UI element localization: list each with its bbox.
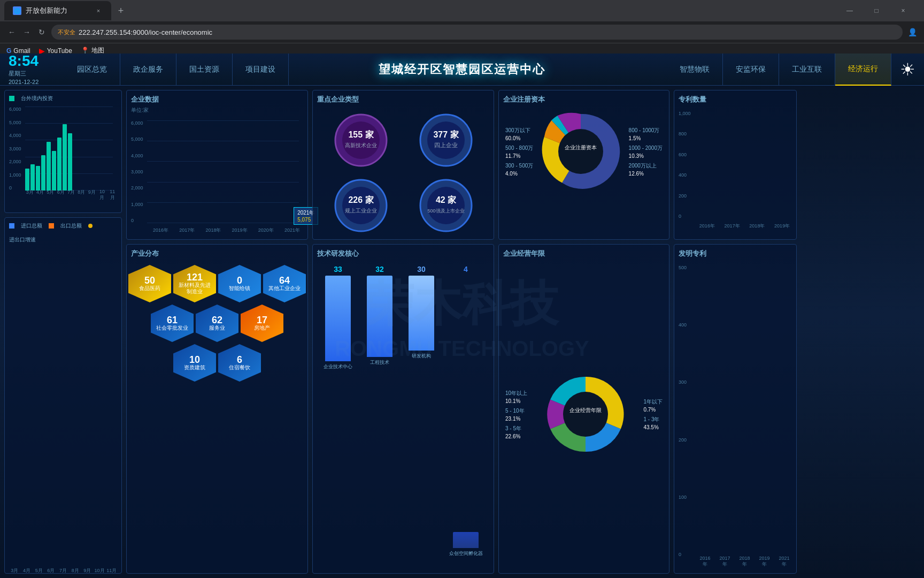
enterprise-bar-chart: 6,0005,0004,000 3,0002,0001,0000 — [131, 116, 303, 234]
hex-realestate[interactable]: 17 房地产 — [241, 305, 283, 342]
tech-label-2: 工程技术 — [364, 359, 396, 366]
close-tab-button[interactable]: × — [94, 6, 103, 15]
tech-col-4 — [453, 532, 479, 548]
content-area: 台外境内投资 6,0005,0004,000 3,0002,0001,0000 — [0, 86, 924, 578]
legend-800-label: 800 - 1000万 — [629, 127, 663, 134]
tech-bars-container: 33 企业技术中心 32 工程技术 30 研发机构 — [317, 261, 489, 570]
forward-icon[interactable]: → — [21, 27, 32, 37]
profile-icon[interactable]: 👤 — [907, 27, 918, 37]
reg-cap-legend-right: 800 - 1000万 1.5% 1000 - 2000万 10.3% 2000… — [629, 127, 663, 177]
minimize-button[interactable]: — — [837, 3, 862, 18]
enterprise-types-title: 重点企业类型 — [317, 95, 489, 104]
hex-services[interactable]: 62 服务业 — [196, 305, 238, 342]
bar-sep — [57, 138, 61, 191]
legend-1-3-label: 1 - 3年 — [643, 416, 663, 423]
hex-materials[interactable]: 121 新材料及先进制造业 — [173, 265, 216, 302]
svg-point-13 — [427, 187, 465, 224]
back-icon[interactable]: ← — [6, 27, 17, 37]
hex-other-industry[interactable]: 64 其他工业企业 — [263, 265, 306, 302]
nav-industrial[interactable]: 工业互联 — [779, 54, 835, 86]
tech-label-3: 研发机构 — [405, 353, 437, 360]
tech-col-3 — [409, 276, 434, 351]
nav-services[interactable]: 政企服务 — [120, 54, 176, 86]
tech-rd-title: 技术研发核心 — [317, 249, 489, 258]
bar-mar — [25, 169, 29, 191]
maximize-button[interactable]: □ — [864, 3, 889, 18]
nav-economy[interactable]: 经济运行 — [835, 54, 891, 86]
dashboard: 8:54 星期三 2021-12-22 园区总览 政企服务 国土资源 项目建设 … — [0, 54, 924, 578]
patent-y-axis: 1,000800600 4002000 — [679, 111, 691, 219]
url-input[interactable]: 不安全 222.247.255.154:9000/ioc-center/econ… — [51, 25, 903, 40]
bar-jul — [47, 142, 51, 191]
circle-four-chart: 377 家 四上企业 — [417, 111, 475, 170]
legend-10-above: 10年以上 10.1% — [505, 390, 527, 404]
legend-300-500: 300 - 500万 4.0% — [505, 162, 533, 177]
registered-capital-panel: 企业注册资本 300万以下 60.0% 500 - 800万 11.7% — [498, 90, 669, 240]
hex-catering[interactable]: 6 住宿餐饮 — [218, 344, 261, 382]
nav-overview[interactable]: 园区总览 — [64, 54, 120, 86]
legend-300-pct: 60.0% — [505, 135, 533, 141]
growth-legend-label: 进出口增速 — [9, 236, 36, 244]
legend-3-5: 3 - 5年 22.6% — [505, 425, 527, 439]
enterprise-circles-grid: 155 家 高新技术企业 377 家 四上企业 — [317, 107, 489, 239]
window-controls: — □ × — [837, 3, 920, 18]
teal-legend — [9, 96, 14, 101]
new-tab-button[interactable]: + — [113, 3, 128, 18]
hex-retail[interactable]: 61 社会零批发业 — [151, 305, 194, 342]
bar-jun — [41, 155, 45, 191]
hex-services-number: 62 — [212, 315, 222, 325]
age-donut-svg: 企业经营年限 — [543, 371, 628, 457]
enterprise-count-title: 企业数据 — [131, 95, 303, 104]
center-section: 重点企业类型 155 家 高新技术企业 — [312, 90, 494, 574]
security-warning: 不安全 — [58, 28, 75, 36]
svg-point-18 — [563, 392, 608, 437]
reload-icon[interactable]: ↻ — [36, 27, 47, 37]
legend-300-500-pct: 4.0% — [505, 171, 533, 177]
nav-projects[interactable]: 项目建设 — [233, 54, 289, 86]
import-legend-dot — [9, 223, 14, 229]
export-legend-label: 出口总额 — [60, 222, 82, 230]
svg-point-9 — [342, 187, 380, 224]
tech-val-1: 33 — [334, 265, 342, 273]
circle-hightech-svg: 155 家 高新技术企业 — [332, 111, 390, 170]
active-tab[interactable]: 🌐 开放创新能力 × — [4, 1, 111, 20]
reg-cap-svg: 企业注册资本 — [538, 109, 623, 194]
svg-point-5 — [427, 121, 465, 159]
legend-5-10: 5 - 10年 23.1% — [505, 407, 527, 422]
export-legend-dot — [49, 223, 54, 229]
circle-fortune500: 42 家 500强及上市企业 — [406, 176, 485, 235]
right-column: 专利数量 1,000800600 4002000 — [674, 90, 797, 574]
nav-safety[interactable]: 安监环保 — [723, 54, 779, 86]
age-legend-left: 10年以上 10.1% 5 - 10年 23.1% 3 - 5年 22.6% — [505, 390, 527, 439]
weekday-display: 星期三 — [9, 70, 56, 78]
circle-four-above: 377 家 四上企业 — [406, 111, 485, 170]
hex-smart[interactable]: 0 智能给镇 — [218, 265, 261, 302]
browser-chrome: 🌐 开放创新能力 × + — □ × ← → ↻ 不安全 222.247.255… — [0, 0, 924, 54]
top-navigation: 8:54 星期三 2021-12-22 园区总览 政企服务 国土资源 项目建设 … — [0, 54, 924, 86]
monthly-legend: 台外境内投资 — [9, 95, 117, 102]
hex-re-label: 房地产 — [254, 325, 270, 331]
invention-x-labels: 2016年 2017年 2018年 2019年 2021年 — [697, 556, 792, 568]
legend-500-800: 500 - 800万 11.7% — [505, 144, 533, 159]
hex-smart-number: 0 — [237, 276, 242, 285]
legend-1-label: 1年以下 — [643, 398, 663, 406]
import-legend-label: 进口总额 — [21, 222, 42, 230]
invention-patent-panel: 发明专利 500400300 2001000 — [674, 244, 797, 574]
reg-cap-donut: 企业注册资本 — [538, 109, 623, 194]
annotation-value: 5,075 — [297, 217, 311, 223]
hex-construction[interactable]: 10 资质建筑 — [173, 344, 216, 382]
ec-y-axis: 6,0005,0004,000 3,0002,0001,0000 — [131, 120, 143, 223]
invention-chart: 500400300 2001000 — [679, 261, 792, 568]
circle-industrial-svg: 226 家 规上工业企业 — [332, 176, 390, 235]
hex-food-medicine[interactable]: 50 食品医药 — [128, 265, 171, 302]
svg-text:500强及上市企业: 500强及上市企业 — [427, 208, 464, 214]
nav-iot[interactable]: 智慧物联 — [667, 54, 723, 86]
hex-materials-number: 121 — [187, 272, 203, 282]
reg-cap-legend-left: 300万以下 60.0% 500 - 800万 11.7% 300 - 500万… — [505, 127, 533, 177]
svg-text:高新技术企业: 高新技术企业 — [345, 142, 377, 148]
growth-legend-dot — [88, 224, 93, 228]
close-window-button[interactable]: × — [891, 3, 915, 18]
nav-land[interactable]: 国土资源 — [176, 54, 233, 86]
circle-industrial-chart: 226 家 规上工业企业 — [332, 176, 390, 235]
ie-legend: 进口总额 出口总额 进出口增速 — [9, 222, 117, 244]
